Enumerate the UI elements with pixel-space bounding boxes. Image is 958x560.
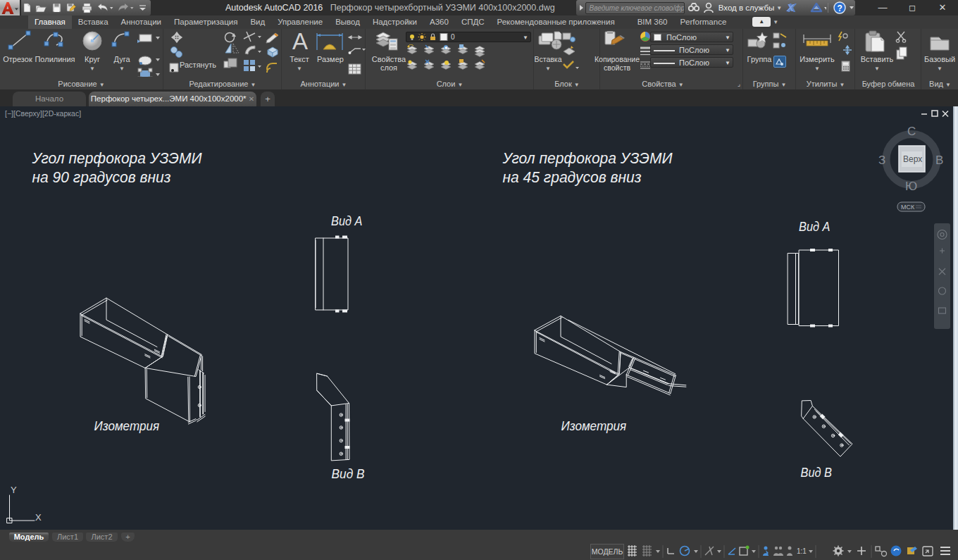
svg-text:0: 0 — [451, 33, 455, 41]
svg-text:Вид В: Вид В — [332, 466, 365, 481]
svg-text:Ю: Ю — [905, 180, 917, 193]
svg-text:Y: Y — [11, 485, 17, 495]
svg-text:Вид А: Вид А — [799, 219, 831, 234]
svg-text:Изометрия: Изометрия — [561, 418, 627, 433]
svg-text:✱: ✱ — [444, 46, 448, 50]
svg-text:X: X — [35, 512, 42, 523]
svg-text:Вид А: Вид А — [331, 213, 363, 228]
svg-text:?: ? — [838, 4, 842, 13]
svg-text:Изометрия: Изометрия — [94, 418, 160, 433]
svg-text:З: З — [878, 154, 885, 167]
svg-text:на 90 градусов вниз: на 90 градусов вниз — [32, 168, 171, 186]
svg-text:Верх: Верх — [903, 154, 922, 164]
svg-text:Угол перфокора УЗЭМИ: Угол перфокора УЗЭМИ — [32, 149, 203, 167]
svg-text:X: X — [786, 1, 795, 13]
svg-text:1:1: 1:1 — [797, 547, 807, 555]
svg-text:МСК: МСК — [901, 204, 915, 211]
svg-text:Угол перфокора УЗЭМИ: Угол перфокора УЗЭМИ — [502, 149, 673, 167]
svg-text:Вид В: Вид В — [801, 465, 833, 480]
svg-text:С: С — [907, 125, 916, 138]
svg-text:на 45 градусов вниз: на 45 градусов вниз — [503, 168, 642, 186]
svg-text:В: В — [935, 154, 943, 167]
